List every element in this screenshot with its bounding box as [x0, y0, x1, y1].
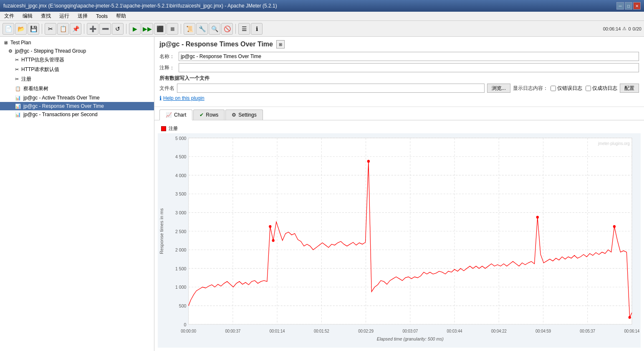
tree-item-register[interactable]: ✂ 注册 — [0, 74, 154, 84]
tree-item-label: 察看结果树 — [23, 85, 48, 92]
maximize-button[interactable]: □ — [625, 2, 632, 10]
copy-button[interactable]: 📋 — [57, 23, 69, 35]
list-button[interactable]: ☰ — [238, 23, 250, 35]
svg-point-52 — [613, 225, 616, 228]
svg-text:0: 0 — [184, 322, 187, 327]
separator-2 — [84, 24, 84, 34]
panel-title-row: jp@gc - Response Times Over Time ⊞ — [159, 40, 639, 48]
panel-header: jp@gc - Response Times Over Time ⊞ 名称： 注… — [154, 37, 644, 107]
tree-item-label: Test Plan — [10, 40, 31, 46]
open-button[interactable]: 📂 — [15, 23, 27, 35]
svg-text:00:03:07: 00:03:07 — [402, 329, 418, 333]
expand-button[interactable]: ⊞ — [276, 40, 285, 48]
tree-item-transactions[interactable]: 📊 jp@gc - Transactions per Second — [0, 110, 154, 119]
remove-button[interactable]: ➖ — [99, 23, 111, 35]
function-button[interactable]: 🔧 — [196, 23, 208, 35]
info-button[interactable]: ℹ — [251, 23, 263, 35]
file-row: 文件名 浏览... 显示日志内容： 仅错误日志 仅成功日志 配置 — [159, 84, 639, 93]
tab-bar: 📈 Chart ✔ Rows ⚙ Settings — [154, 107, 644, 120]
tree-item-active-threads[interactable]: 📊 jp@gc - Active Threads Over Time — [0, 94, 154, 102]
file-input[interactable] — [177, 84, 485, 93]
only-errors-check[interactable] — [551, 86, 556, 91]
log-content-label: 显示日志内容： — [513, 85, 548, 92]
menu-tools[interactable]: Tools — [93, 13, 110, 20]
thread-group-icon: ⚙ — [8, 48, 13, 54]
svg-text:00:00:37: 00:00:37 — [225, 329, 240, 333]
svg-text:00:04:59: 00:04:59 — [535, 329, 551, 333]
tree-item-view-results[interactable]: 📋 察看结果树 — [0, 84, 154, 94]
new-button[interactable]: 📄 — [3, 23, 14, 35]
right-panel: jp@gc - Response Times Over Time ⊞ 名称： 注… — [154, 37, 644, 351]
menu-file[interactable]: 文件 — [2, 12, 17, 20]
tree-item-response-times[interactable]: 📊 jp@gc - Response Times Over Time — [0, 102, 154, 110]
browse-button[interactable]: 浏览... — [487, 84, 510, 93]
help-icon: ℹ — [159, 95, 162, 102]
script-button[interactable]: 📜 — [184, 23, 195, 35]
menu-find[interactable]: 查找 — [38, 12, 53, 20]
menu-run[interactable]: 运行 — [57, 12, 72, 20]
tree-item-label: jp@gc - Active Threads Over Time — [23, 95, 100, 101]
tree-item-http-header[interactable]: ✂ HTTP信息头管理器 — [0, 55, 154, 65]
elapsed-time: 00:06:14 — [603, 26, 621, 31]
svg-text:4 000: 4 000 — [175, 173, 186, 178]
window-controls: ─ □ ✕ — [616, 2, 641, 10]
tab-settings[interactable]: ⚙ Settings — [225, 109, 263, 120]
clear-all-button[interactable]: 🚫 — [221, 23, 233, 35]
only-success-check[interactable] — [586, 86, 591, 91]
cut-button[interactable]: ✂ — [45, 23, 56, 35]
stop-now-button[interactable]: ⏹ — [167, 23, 178, 35]
tree-item-thread-group[interactable]: ⚙ jp@gc - Stepping Thread Group — [0, 47, 154, 55]
svg-text:5 000: 5 000 — [175, 135, 186, 140]
active-threads-icon: 📊 — [15, 95, 21, 101]
tree-item-label: jp@gc - Stepping Thread Group — [15, 48, 86, 54]
svg-text:Response times in ms: Response times in ms — [159, 208, 164, 254]
name-row: 名称： — [159, 52, 639, 61]
svg-text:1 000: 1 000 — [175, 285, 186, 290]
chart-tab-icon: 📈 — [166, 112, 172, 118]
name-input[interactable] — [179, 52, 639, 61]
chart-svg-wrapper: 5 000 4 500 4 000 3 500 3 000 2 500 2 00… — [158, 133, 641, 348]
only-errors-label: 仅错误日志 — [557, 85, 582, 92]
log-options: 仅错误日志 仅成功日志 — [551, 85, 617, 92]
help-link[interactable]: Help on this plugin — [163, 95, 205, 101]
rows-tab-icon: ✔ — [200, 112, 204, 118]
separator-5 — [235, 24, 236, 34]
tab-chart[interactable]: 📈 Chart — [159, 109, 192, 120]
legend-label: 注册 — [169, 125, 178, 132]
svg-text:2 000: 2 000 — [175, 247, 186, 252]
comment-label: 注释： — [159, 64, 176, 71]
svg-point-50 — [367, 160, 370, 163]
search-button[interactable]: 🔍 — [209, 23, 220, 35]
warning-count: 0 — [628, 26, 631, 31]
clear-button[interactable]: ↺ — [112, 23, 124, 35]
menu-edit[interactable]: 编辑 — [20, 12, 35, 20]
close-button[interactable]: ✕ — [633, 2, 641, 10]
tab-rows[interactable]: ✔ Rows — [193, 109, 225, 120]
only-success-label: 仅成功日志 — [592, 85, 617, 92]
add-button[interactable]: ➕ — [87, 23, 98, 35]
minimize-button[interactable]: ─ — [616, 2, 624, 10]
only-success-checkbox[interactable]: 仅成功日志 — [586, 85, 617, 92]
paste-button[interactable]: 📌 — [70, 23, 81, 35]
menu-help[interactable]: 帮助 — [114, 12, 129, 20]
test-plan-tree: 🖥 Test Plan ⚙ jp@gc - Stepping Thread Gr… — [0, 37, 154, 351]
svg-text:00:06:14: 00:06:14 — [624, 329, 640, 333]
svg-text:Elapsed time (granularity: 500: Elapsed time (granularity: 500 ms) — [377, 336, 444, 341]
only-errors-checkbox[interactable]: 仅错误日志 — [551, 85, 582, 92]
menubar: 文件 编辑 查找 运行 送择 Tools 帮助 — [0, 12, 644, 21]
stop-button[interactable]: ⬛ — [154, 23, 166, 35]
start-button[interactable]: ▶ — [129, 23, 141, 35]
legend-color-box — [161, 126, 166, 131]
separator-4 — [181, 24, 181, 34]
menu-options[interactable]: 送择 — [75, 12, 90, 20]
start-no-pause-button[interactable]: ▶▶ — [141, 23, 153, 35]
error-count: 0/20 — [633, 26, 641, 31]
comment-input[interactable] — [179, 63, 639, 72]
save-button[interactable]: 💾 — [28, 23, 39, 35]
rows-tab-label: Rows — [206, 112, 218, 118]
tree-item-test-plan[interactable]: 🖥 Test Plan — [0, 38, 154, 47]
separator-1 — [42, 24, 42, 34]
tree-item-http-default[interactable]: ✂ HTTP请求默认值 — [0, 65, 154, 74]
tree-item-label: jp@gc - Response Times Over Time — [23, 103, 104, 109]
config-button[interactable]: 配置 — [620, 84, 639, 93]
